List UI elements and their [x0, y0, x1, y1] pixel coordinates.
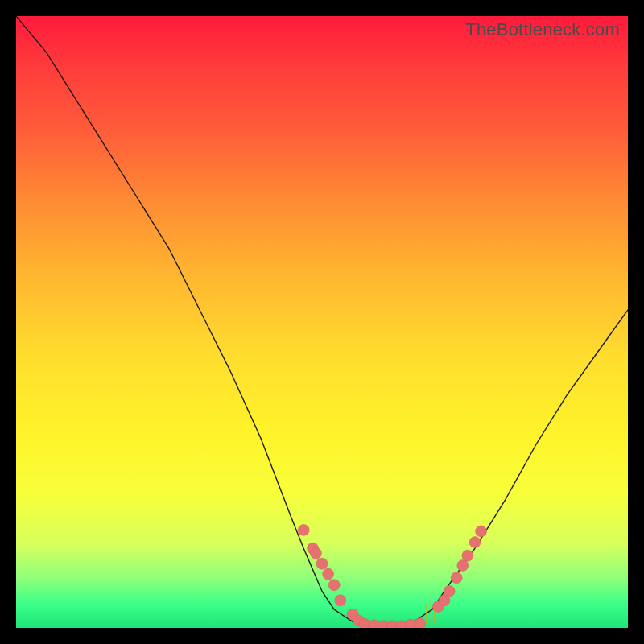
curve-layer: [16, 16, 628, 628]
marker-dot: [476, 526, 487, 537]
marker-dot: [444, 585, 455, 597]
marker-dot: [469, 537, 481, 548]
marker-dot: [310, 547, 321, 559]
bottleneck-curve: [16, 16, 628, 628]
marker-dot: [451, 572, 462, 584]
marker-dot: [457, 560, 469, 572]
marker-dot: [298, 524, 309, 535]
marker-dots: [298, 524, 486, 628]
marker-dot: [323, 568, 334, 580]
marker-dot: [328, 580, 340, 591]
marker-dot: [415, 618, 426, 628]
chart-frame: TheBottleneck.com: [0, 0, 644, 644]
plot-area: TheBottleneck.com: [16, 16, 628, 628]
bottleneck-curve-svg: [16, 16, 628, 628]
marker-dot: [335, 595, 346, 606]
marker-dot: [316, 558, 328, 569]
marker-dot: [462, 550, 473, 561]
